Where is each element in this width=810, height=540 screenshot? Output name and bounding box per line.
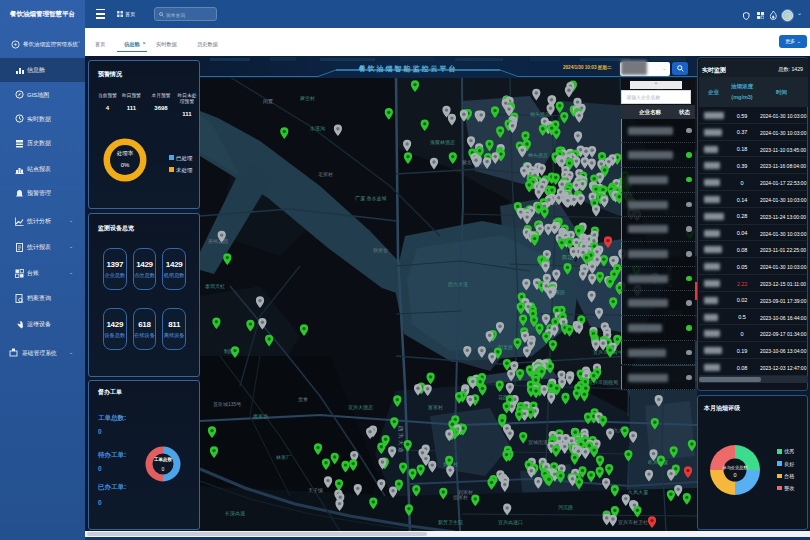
svg-text:宜兴高速口: 宜兴高速口 bbox=[498, 519, 523, 526]
svg-text:海聚林酒店: 海聚林酒店 bbox=[430, 139, 455, 146]
svg-text:麻堂村: 麻堂村 bbox=[300, 95, 315, 102]
svg-text:西氿大道: 西氿大道 bbox=[448, 281, 468, 288]
svg-text:宜兴市村卫社: 宜兴市村卫社 bbox=[618, 519, 648, 526]
svg-text:天子慎: 天子慎 bbox=[308, 487, 323, 494]
svg-text:富家村: 富家村 bbox=[428, 404, 443, 411]
svg-text:宜兴大酒店: 宜兴大酒店 bbox=[348, 404, 373, 411]
svg-text:美线花园: 美线花园 bbox=[208, 238, 228, 245]
svg-text:首良城135号: 首良城135号 bbox=[213, 401, 241, 407]
svg-text:指家村: 指家村 bbox=[453, 494, 468, 501]
svg-text:新芳卫生院: 新芳卫生院 bbox=[438, 519, 463, 526]
svg-text:广厦 香水蓝城: 广厦 香水蓝城 bbox=[355, 195, 386, 202]
svg-text:毛家村: 毛家村 bbox=[318, 171, 333, 178]
svg-text:铁家舍: 铁家舍 bbox=[373, 247, 388, 253]
svg-text:泰琪天虹: 泰琪天虹 bbox=[205, 283, 225, 289]
svg-text:党食: 党食 bbox=[298, 396, 308, 403]
svg-text:河滨路: 河滨路 bbox=[558, 504, 573, 511]
svg-text:林家厂: 林家厂 bbox=[275, 454, 291, 460]
svg-text:长深高速: 长深高速 bbox=[225, 510, 245, 517]
svg-text:久风大厦: 久风大厦 bbox=[628, 489, 648, 496]
svg-text:西氿大道: 西氿大道 bbox=[397, 426, 404, 454]
svg-text:棒头酒店: 棒头酒店 bbox=[528, 152, 548, 159]
svg-text:刘家村: 刘家村 bbox=[458, 489, 473, 496]
svg-text:闲置: 闲置 bbox=[263, 98, 273, 105]
svg-text:梅头酒店: 梅头酒店 bbox=[530, 111, 550, 118]
svg-text:水道沟: 水道沟 bbox=[310, 125, 325, 132]
svg-text:唐家场: 唐家场 bbox=[253, 413, 268, 420]
svg-text:宜城街道: 宜城街道 bbox=[528, 439, 548, 446]
